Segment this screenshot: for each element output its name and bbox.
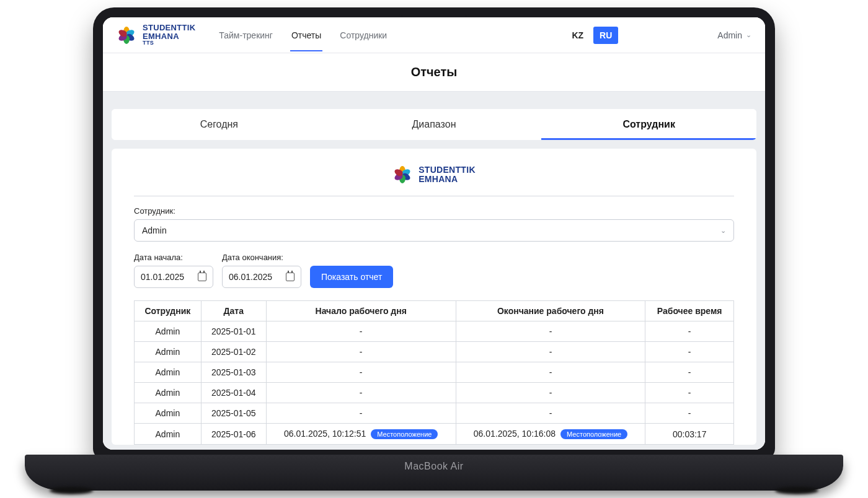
report-card: STUDENTTIK EMHANA Сотрудник: Admin ⌄: [112, 149, 756, 445]
table-header-cell: Окончание рабочего дня: [456, 301, 645, 321]
card-brand: STUDENTTIK EMHANA: [392, 165, 476, 185]
logo-icon: [117, 25, 136, 45]
cell-start-value: -: [360, 326, 363, 336]
table-header-row: СотрудникДатаНачало рабочего дняОкончани…: [135, 301, 734, 321]
cell-start-value: -: [360, 347, 363, 357]
main-nav: Тайм-трекингОтчетыСотрудники: [218, 19, 388, 51]
date-start-value: 01.01.2025: [141, 272, 184, 282]
page-title: Отчеты: [103, 53, 765, 92]
cell-end-value: -: [549, 326, 552, 336]
table-row: Admin2025-01-02---: [135, 342, 734, 362]
cell-date: 2025-01-04: [201, 383, 266, 403]
report-table: СотрудникДатаНачало рабочего дняОкончани…: [134, 300, 734, 445]
cell-date: 2025-01-02: [201, 342, 266, 362]
user-name: Admin: [717, 30, 742, 40]
cell-start: -: [266, 403, 456, 424]
employee-row: Сотрудник: Admin ⌄: [134, 206, 734, 242]
cell-employee: Admin: [135, 383, 202, 403]
report-tab[interactable]: Сегодня: [112, 109, 327, 140]
brand-line1: STUDENTTIK: [143, 24, 195, 32]
calendar-icon: [198, 273, 206, 281]
chevron-down-icon: ⌄: [746, 31, 751, 39]
cell-employee: Admin: [135, 403, 202, 424]
cell-end-value: -: [549, 347, 552, 357]
cell-end-value: 06.01.2025, 10:16:08: [474, 429, 556, 439]
cell-end: 06.01.2025, 10:16:08Местоположение: [456, 424, 645, 445]
cell-duration: -: [645, 403, 734, 424]
employee-select[interactable]: Admin ⌄: [134, 219, 734, 242]
laptop-notch: [397, 7, 471, 16]
brand[interactable]: STUDENTTIK EMHANA TTS: [117, 24, 195, 46]
date-end-group: Дата окончания: 06.01.2025: [222, 253, 301, 288]
date-start-label: Дата начала:: [134, 253, 213, 262]
device-label: MacBook Air: [404, 461, 463, 472]
card-brand-line2: EMHANA: [418, 175, 476, 184]
nav-item[interactable]: Отчеты: [290, 19, 322, 51]
cell-date: 2025-01-06: [201, 424, 266, 445]
nav-item[interactable]: Тайм-трекинг: [218, 19, 274, 51]
cell-start-value: -: [360, 388, 363, 398]
table-header-cell: Рабочее время: [645, 301, 734, 321]
cell-end: -: [456, 383, 645, 403]
show-report-button[interactable]: Показать отчет: [310, 266, 393, 288]
table-row: Admin2025-01-0606.01.2025, 10:12:51Место…: [135, 424, 734, 445]
cell-end: -: [456, 362, 645, 383]
date-start-group: Дата начала: 01.01.2025: [134, 253, 213, 288]
date-end-label: Дата окончания:: [222, 253, 301, 262]
date-end-input[interactable]: 06.01.2025: [222, 266, 301, 288]
table-row: Admin2025-01-03---: [135, 362, 734, 383]
card-header: STUDENTTIK EMHANA: [134, 160, 734, 196]
date-row: Дата начала: 01.01.2025 Дата окончания: …: [134, 253, 734, 288]
cell-start: 06.01.2025, 10:12:51Местоположение: [266, 424, 456, 445]
cell-employee: Admin: [135, 321, 202, 342]
card-brand-text: STUDENTTIK EMHANA: [418, 165, 476, 183]
cell-end: -: [456, 403, 645, 424]
cell-date: 2025-01-03: [201, 362, 266, 383]
chevron-down-icon: ⌄: [720, 227, 726, 235]
date-start-input[interactable]: 01.01.2025: [134, 266, 213, 288]
cell-start-value: -: [360, 408, 363, 418]
cell-duration: -: [645, 342, 734, 362]
cell-date: 2025-01-01: [201, 321, 266, 342]
language-switch: KZRU: [565, 27, 618, 44]
cell-start: -: [266, 383, 456, 403]
location-pill[interactable]: Местоположение: [560, 429, 627, 439]
cell-duration: -: [645, 321, 734, 342]
report-tab[interactable]: Диапазон: [327, 109, 542, 140]
brand-tts: TTS: [143, 40, 195, 46]
logo-icon: [392, 165, 412, 185]
calendar-icon: [286, 273, 294, 281]
cell-end: -: [456, 342, 645, 362]
cell-duration: 00:03:17: [645, 424, 734, 445]
laptop-screen: STUDENTTIK EMHANA TTS Тайм-трекингОтчеты…: [103, 17, 765, 450]
cell-duration: -: [645, 383, 734, 403]
cell-date: 2025-01-05: [201, 403, 266, 424]
cell-duration: -: [645, 362, 734, 383]
cell-start-value: 06.01.2025, 10:12:51: [284, 429, 366, 439]
nav-item[interactable]: Сотрудники: [339, 19, 388, 51]
table-row: Admin2025-01-05---: [135, 403, 734, 424]
cell-start: -: [266, 321, 456, 342]
lang-option[interactable]: RU: [593, 27, 618, 44]
cell-start: -: [266, 342, 456, 362]
card-brand-line1: STUDENTTIK: [418, 165, 476, 175]
table-row: Admin2025-01-01---: [135, 321, 734, 342]
cell-end-value: -: [549, 367, 552, 377]
cell-end: -: [456, 321, 645, 342]
app-root: STUDENTTIK EMHANA TTS Тайм-трекингОтчеты…: [103, 17, 765, 450]
location-pill[interactable]: Местоположение: [371, 429, 438, 439]
laptop-lid: STUDENTTIK EMHANA TTS Тайм-трекингОтчеты…: [93, 7, 775, 460]
date-end-value: 06.01.2025: [229, 272, 272, 282]
content: СегодняДиапазонСотрудник STUDENTTIK: [103, 92, 765, 450]
cell-employee: Admin: [135, 362, 202, 383]
brand-line2: EMHANA: [143, 32, 195, 41]
employee-value: Admin: [142, 225, 167, 235]
report-tab[interactable]: Сотрудник: [541, 109, 756, 140]
lang-option[interactable]: KZ: [565, 27, 590, 44]
cell-employee: Admin: [135, 424, 202, 445]
employee-label: Сотрудник:: [134, 206, 734, 216]
brand-text: STUDENTTIK EMHANA TTS: [143, 24, 195, 46]
cell-end-value: -: [549, 408, 552, 418]
table-row: Admin2025-01-04---: [135, 383, 734, 403]
user-menu[interactable]: Admin ⌄: [717, 30, 751, 40]
